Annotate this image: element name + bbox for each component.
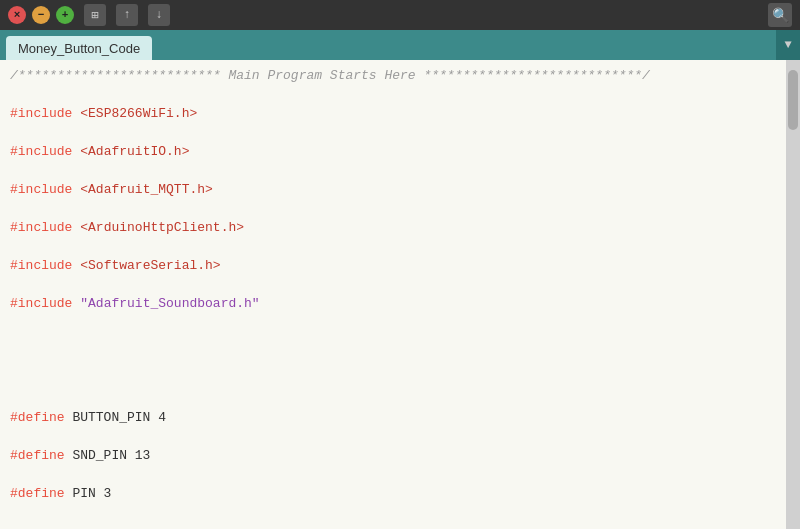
code-editor[interactable]: /************************** Main Program… (0, 60, 786, 529)
arrange-icon[interactable]: ⊞ (84, 4, 106, 26)
tab-dropdown-button[interactable]: ▼ (776, 30, 800, 60)
tab-money-button-code[interactable]: Money_Button_Code (6, 36, 152, 60)
close-button[interactable]: × (8, 6, 26, 24)
scrollbar-thumb[interactable] (788, 70, 798, 130)
scrollbar[interactable] (786, 60, 800, 529)
tab-bar: Money_Button_Code ▼ (0, 30, 800, 60)
title-bar: × − + ⊞ ↑ ↓ 🔍 (0, 0, 800, 30)
upload-icon[interactable]: ↑ (116, 4, 138, 26)
title-bar-right: 🔍 (768, 3, 792, 27)
title-bar-controls: × − + ⊞ ↑ ↓ (8, 4, 170, 26)
minimize-button[interactable]: − (32, 6, 50, 24)
editor-area: /************************** Main Program… (0, 60, 800, 529)
maximize-button[interactable]: + (56, 6, 74, 24)
search-button[interactable]: 🔍 (768, 3, 792, 27)
download-icon[interactable]: ↓ (148, 4, 170, 26)
